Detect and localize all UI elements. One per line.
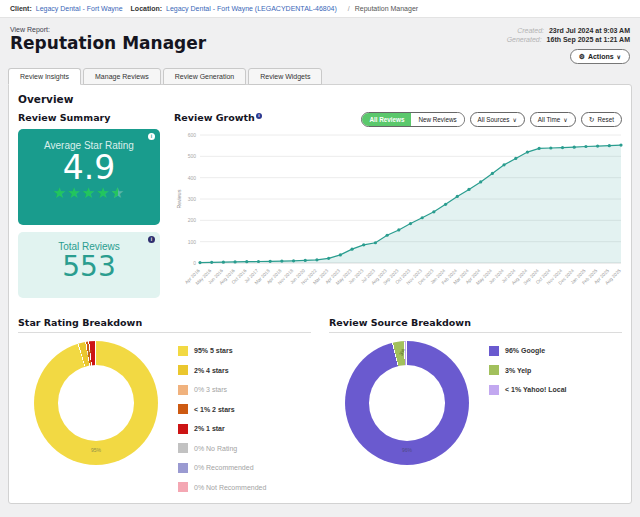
legend-swatch — [178, 365, 188, 375]
created-value: 23rd Jul 2024 at 9:03 AM — [549, 27, 630, 34]
review-summary-heading: Review Summary — [18, 112, 160, 123]
legend-label: < 1% Yahoo! Local — [505, 386, 567, 393]
all-time-dropdown[interactable]: All Time ∨ — [530, 112, 576, 127]
legend-label: 95% 5 stars — [194, 347, 233, 354]
average-star-rating-card: i Average Star Rating 4.9 ★★★★★★ — [18, 129, 160, 225]
legend-label: 3% Yelp — [505, 367, 531, 374]
created-row: Created: 23rd Jul 2024 at 9:03 AM — [507, 26, 630, 35]
breadcrumb-separator: / — [348, 5, 350, 12]
breadcrumb: Client: Legacy Dental - Fort Wayne Locat… — [0, 0, 640, 18]
info-icon[interactable]: i — [256, 113, 262, 119]
legend-item-5-stars[interactable]: 95% 5 stars — [178, 345, 266, 356]
average-star-rating-value: 4.9 — [18, 151, 160, 185]
star-rating-legend: 95% 5 stars2% 4 stars0% 3 stars< 1% 2 st… — [178, 345, 266, 493]
legend-label: 0% 3 stars — [194, 386, 227, 393]
donut-slice-label: 2% — [84, 349, 92, 358]
legend-item-yahoo-local[interactable]: < 1% Yahoo! Local — [489, 384, 567, 395]
review-source-breakdown-heading: Review Source Breakdown — [329, 317, 622, 333]
page-title: Reputation Manager — [10, 33, 206, 54]
actions-button-label: Actions — [588, 53, 614, 60]
legend-swatch — [489, 385, 499, 395]
legend-item-no-rating[interactable]: 0% No Rating — [178, 443, 266, 454]
tab-review-generation[interactable]: Review Generation — [163, 68, 247, 85]
review-filter-segment: All Reviews New Reviews — [361, 112, 464, 127]
legend-item-2-stars[interactable]: < 1% 2 stars — [178, 404, 266, 415]
legend-swatch — [178, 463, 188, 473]
star-full-icon: ★ — [67, 184, 81, 201]
legend-swatch — [178, 346, 188, 356]
svg-text:400: 400 — [188, 175, 197, 181]
tab-manage-reviews[interactable]: Manage Reviews — [83, 68, 161, 85]
donut-hole — [58, 365, 134, 441]
all-sources-dropdown[interactable]: All Sources ∨ — [470, 112, 525, 127]
legend-label: 0% Not Recommended — [194, 484, 266, 491]
legend-item-recommended[interactable]: 0% Recommended — [178, 462, 266, 473]
review-source-legend: 96% Google3% Yelp< 1% Yahoo! Local — [489, 345, 567, 395]
legend-label: 0% No Rating — [194, 445, 237, 452]
generated-row: Generated: 16th Sep 2025 at 1:21 AM — [507, 35, 630, 44]
donut-slice-label: 95% — [91, 447, 101, 453]
donut-hole — [369, 365, 445, 441]
legend-item-1-star[interactable]: 2% 1 star — [178, 423, 266, 434]
chart-controls: All Reviews New Reviews All Sources ∨ Al… — [361, 112, 622, 127]
star-rating-donut-chart[interactable]: 95%2% — [34, 341, 158, 465]
legend-swatch — [178, 385, 188, 395]
reset-icon: ↻ — [589, 116, 595, 123]
legend-item-3-stars[interactable]: 0% 3 stars — [178, 384, 266, 395]
review-growth-chart[interactable]: 0100200300400500600ReviewsApr 2016May 20… — [174, 127, 626, 305]
client-label: Client: — [10, 5, 32, 12]
legend-swatch — [178, 424, 188, 434]
total-reviews-card: i Total Reviews 553 — [18, 232, 160, 298]
gear-icon: ⚙ — [579, 53, 585, 61]
star-full-icon: ★ — [82, 184, 96, 201]
legend-item-yelp[interactable]: 3% Yelp — [489, 365, 567, 376]
svg-text:300: 300 — [188, 196, 197, 202]
star-half-icon: ★★ — [111, 185, 125, 202]
svg-text:500: 500 — [188, 153, 197, 159]
legend-swatch — [489, 346, 499, 356]
view-report-label: View Report: — [10, 26, 206, 33]
svg-text:200: 200 — [188, 217, 197, 223]
star-rating-breakdown-section: Star Rating Breakdown 95%2% 95% 5 stars2… — [18, 317, 311, 493]
legend-label: 2% 4 stars — [194, 367, 229, 374]
star-full-icon: ★ — [53, 184, 67, 201]
actions-button[interactable]: ⚙ Actions ∨ — [570, 49, 630, 64]
review-source-breakdown-section: Review Source Breakdown 96%3% 96% Google… — [329, 317, 622, 493]
star-rating-breakdown-heading: Star Rating Breakdown — [18, 317, 311, 333]
info-icon[interactable]: i — [148, 133, 155, 140]
client-link[interactable]: Legacy Dental - Fort Wayne — [36, 5, 123, 12]
report-header: View Report: Reputation Manager Created:… — [8, 24, 632, 64]
svg-text:0: 0 — [193, 260, 196, 266]
report-panel: Overview Review Summary i Average Star R… — [8, 84, 632, 504]
donut-slice-label: 96% — [402, 447, 412, 453]
tab-bar: Review InsightsManage ReviewsReview Gene… — [8, 68, 632, 84]
location-label: Location: — [131, 5, 163, 12]
page: View Report: Reputation Manager Created:… — [0, 18, 640, 504]
legend-label: 2% 1 star — [194, 425, 225, 432]
legend-label: 96% Google — [505, 347, 545, 354]
svg-text:100: 100 — [188, 239, 197, 245]
legend-item-not-recommended[interactable]: 0% Not Recommended — [178, 482, 266, 493]
tab-review-widgets[interactable]: Review Widgets — [248, 68, 322, 85]
legend-label: 0% Recommended — [194, 464, 254, 471]
review-source-donut-chart[interactable]: 96%3% — [345, 341, 469, 465]
star-full-icon: ★ — [96, 184, 110, 201]
new-reviews-button[interactable]: New Reviews — [411, 113, 463, 126]
svg-text:600: 600 — [188, 132, 197, 138]
all-reviews-button[interactable]: All Reviews — [362, 113, 411, 126]
generated-label: Generated: — [507, 36, 542, 43]
legend-item-4-stars[interactable]: 2% 4 stars — [178, 365, 266, 376]
total-reviews-value: 553 — [18, 252, 160, 281]
reset-button[interactable]: ↻ Reset — [581, 112, 622, 127]
legend-swatch — [178, 404, 188, 414]
chevron-down-icon: ∨ — [512, 117, 516, 123]
created-label: Created: — [517, 27, 544, 34]
chevron-down-icon: ∨ — [617, 54, 621, 60]
location-link[interactable]: Legacy Dental - Fort Wayne (LEGACYDENTAL… — [166, 5, 337, 12]
tab-review-insights[interactable]: Review Insights — [8, 68, 81, 85]
info-icon[interactable]: i — [148, 236, 155, 243]
breadcrumb-current: Reputation Manager — [355, 5, 418, 12]
legend-item-google[interactable]: 96% Google — [489, 345, 567, 356]
legend-label: < 1% 2 stars — [194, 406, 235, 413]
star-rating-icons: ★★★★★★ — [18, 185, 160, 202]
